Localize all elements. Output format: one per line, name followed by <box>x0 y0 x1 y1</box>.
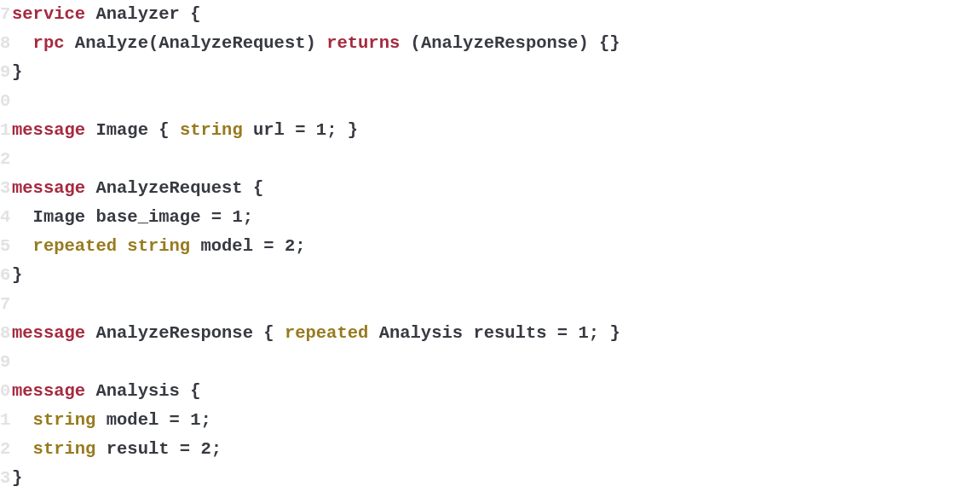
token-punc: ) <box>578 33 588 53</box>
line-number: 1 <box>0 116 12 145</box>
token-space <box>190 439 200 459</box>
token-space <box>589 33 599 53</box>
token-space <box>599 323 609 343</box>
code-content[interactable]: Image base_image = 1; <box>12 203 980 232</box>
token-punc: } <box>12 62 22 82</box>
token-space <box>368 323 378 343</box>
token-kw-red: message <box>12 381 85 401</box>
line-number: 0 <box>0 377 12 406</box>
code-editor[interactable]: 7service Analyzer {8 rpc Analyze(Analyze… <box>0 0 980 493</box>
line-number: 3 <box>0 464 12 493</box>
token-space <box>180 410 190 430</box>
token-space <box>253 323 263 343</box>
token-ident: Analysis <box>95 381 179 401</box>
token-kw-red: message <box>12 178 85 198</box>
token-punc: } <box>12 468 22 488</box>
token-space <box>95 410 106 430</box>
code-line[interactable]: 6} <box>0 261 980 290</box>
code-line[interactable]: 5 repeated string model = 2; <box>0 232 980 261</box>
token-num: 1 <box>316 120 326 140</box>
code-content[interactable]: message AnalyzeRequest { <box>12 174 980 203</box>
token-punc: ( <box>411 33 421 53</box>
token-punc: {} <box>599 33 620 53</box>
code-line[interactable]: 2 <box>0 145 980 174</box>
code-line[interactable]: 7service Analyzer { <box>0 0 980 29</box>
token-ident: Analyzer <box>95 4 179 24</box>
code-line[interactable]: 8 rpc Analyze(AnalyzeRequest) returns (A… <box>0 29 980 58</box>
line-number: 8 <box>0 319 12 348</box>
line-number: 2 <box>0 435 12 464</box>
token-space <box>200 207 210 227</box>
code-line[interactable]: 7 <box>0 290 980 319</box>
token-ident: base_image <box>95 207 200 227</box>
token-punc: ; <box>295 236 305 256</box>
indent <box>12 207 33 227</box>
token-ident: model <box>107 410 159 430</box>
code-content[interactable]: } <box>12 261 980 290</box>
line-number: 7 <box>0 0 12 29</box>
code-content[interactable]: message Analysis { <box>12 377 980 406</box>
token-space <box>170 439 180 459</box>
token-space <box>148 120 159 140</box>
code-line[interactable]: 9 <box>0 348 980 377</box>
code-content[interactable]: rpc Analyze(AnalyzeRequest) returns (Ana… <box>12 29 980 58</box>
token-space <box>253 236 263 256</box>
code-line[interactable]: 0 <box>0 87 980 116</box>
token-punc: = <box>170 410 180 430</box>
token-ident: url <box>253 120 285 140</box>
code-line[interactable]: 2 string result = 2; <box>0 435 980 464</box>
code-content[interactable]: message Image { string url = 1; } <box>12 116 980 145</box>
code-line[interactable]: 3message AnalyzeRequest { <box>0 174 980 203</box>
token-punc: ) <box>306 33 316 53</box>
code-content[interactable]: } <box>12 464 980 493</box>
token-punc: ; <box>201 410 211 430</box>
code-line[interactable]: 1message Image { string url = 1; } <box>0 116 980 145</box>
token-punc: = <box>263 236 274 256</box>
token-kw-olive: string <box>127 236 190 256</box>
code-line[interactable]: 8message AnalyzeResponse { repeated Anal… <box>0 319 980 348</box>
token-space <box>337 120 347 140</box>
code-line[interactable]: 0message Analysis { <box>0 377 980 406</box>
code-content[interactable]: string result = 2; <box>12 435 980 464</box>
code-content[interactable]: } <box>12 58 980 87</box>
code-line[interactable]: 4 Image base_image = 1; <box>0 203 980 232</box>
token-space <box>95 439 106 459</box>
token-kw-red: message <box>12 323 85 343</box>
line-number: 4 <box>0 203 12 232</box>
token-punc: ; <box>589 323 599 343</box>
indent <box>12 33 33 53</box>
token-punc: } <box>12 265 22 285</box>
token-punc: } <box>609 323 620 343</box>
code-content[interactable]: string model = 1; <box>12 406 980 435</box>
token-ident: AnalyzeResponse <box>95 323 253 343</box>
line-number: 8 <box>0 29 12 58</box>
code-content[interactable]: message AnalyzeResponse { repeated Analy… <box>12 319 980 348</box>
token-punc: ; <box>326 120 337 140</box>
token-ident: AnalyzeResponse <box>421 33 579 53</box>
code-content[interactable]: service Analyzer { <box>12 0 980 29</box>
token-ident: Analysis <box>379 323 463 343</box>
token-punc: = <box>211 207 222 227</box>
token-kw-olive: repeated <box>285 323 368 343</box>
token-num: 2 <box>285 236 295 256</box>
token-kw-red: service <box>12 4 85 24</box>
token-ident: AnalyzeRequest <box>95 178 242 198</box>
token-space <box>547 323 557 343</box>
line-number: 0 <box>0 87 12 116</box>
line-number: 9 <box>0 58 12 87</box>
token-kw-olive: string <box>33 439 96 459</box>
token-space <box>85 381 95 401</box>
line-number: 6 <box>0 261 12 290</box>
token-punc: ; <box>211 439 222 459</box>
code-line[interactable]: 1 string model = 1; <box>0 406 980 435</box>
token-space <box>117 236 127 256</box>
token-space <box>85 120 95 140</box>
token-space <box>180 381 190 401</box>
token-space <box>400 33 410 53</box>
indent <box>12 236 33 256</box>
code-line[interactable]: 9} <box>0 58 980 87</box>
code-content[interactable]: repeated string model = 2; <box>12 232 980 261</box>
code-line[interactable]: 3} <box>0 464 980 493</box>
line-number: 9 <box>0 348 12 377</box>
token-ident: Analyze <box>75 33 148 53</box>
